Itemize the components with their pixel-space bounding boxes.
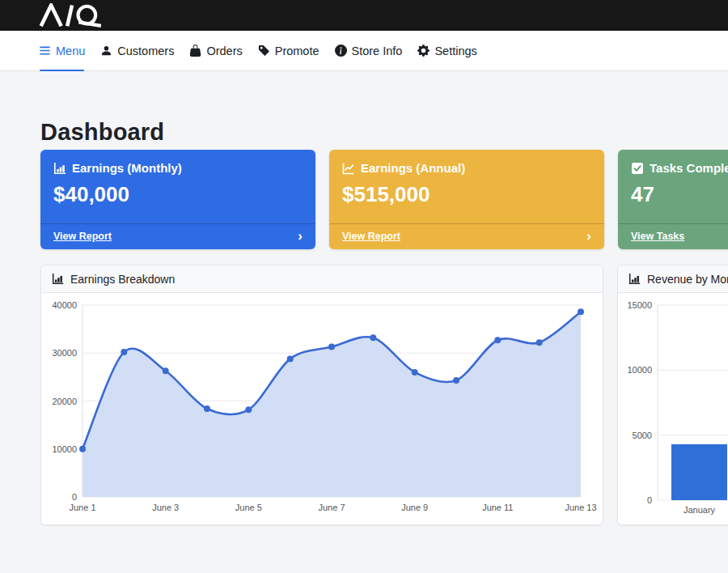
stat-footer-label: View Report	[342, 231, 400, 242]
svg-text:10000: 10000	[627, 365, 652, 375]
revenue-by-month-card: Revenue by Month 050001000015000January	[617, 265, 728, 525]
stat-card-value: $40,000	[53, 182, 303, 207]
svg-text:40000: 40000	[52, 300, 77, 310]
info-circle-icon	[335, 45, 347, 57]
earnings-breakdown-header: Earnings Breakdown	[41, 265, 603, 293]
hamburger-icon	[39, 45, 51, 57]
stat-card-value: $515,000	[342, 182, 591, 207]
nav-item-settings[interactable]: Settings	[417, 31, 476, 70]
view-tasks-link[interactable]: View Tasks ›	[618, 223, 728, 249]
svg-text:January: January	[684, 505, 716, 515]
view-report-link[interactable]: View Report ›	[329, 223, 604, 249]
nav-item-label: Customers	[117, 45, 174, 57]
svg-text:June 3: June 3	[152, 503, 179, 512]
person-icon	[100, 45, 112, 57]
check-square-icon	[631, 162, 644, 175]
nav-item-menu[interactable]: Menu	[39, 31, 85, 70]
page-title: Dashboard	[40, 119, 728, 146]
area-chart-canvas: 010000200003000040000June 1June 3June 5J…	[41, 293, 603, 525]
chevron-right-icon: ›	[298, 229, 303, 243]
earnings-annual-card: Earnings (Annual) $515,000 View Report ›	[329, 150, 604, 249]
stat-footer-label: View Report	[53, 231, 112, 242]
chart-title: Revenue by Month	[647, 273, 728, 286]
nav-item-label: Menu	[56, 45, 85, 57]
nav-item-orders[interactable]: Orders	[189, 31, 242, 70]
view-report-link[interactable]: View Report ›	[40, 223, 315, 249]
nav-item-store-info[interactable]: Store Info	[335, 31, 403, 70]
svg-text:5000: 5000	[633, 431, 652, 440]
top-app-bar	[0, 0, 728, 31]
bar-chart-icon	[629, 273, 641, 285]
stat-card-value: 47	[631, 182, 728, 207]
svg-text:15000: 15000	[627, 300, 652, 310]
bar-chart-icon	[53, 162, 66, 175]
line-chart-icon	[342, 162, 355, 175]
stat-cards-row: Earnings (Monthly) $40,000 View Report ›	[40, 150, 728, 249]
svg-text:June 11: June 11	[482, 503, 513, 512]
tag-icon	[258, 45, 270, 57]
chart-title: Earnings Breakdown	[70, 273, 175, 286]
nav-item-label: Promote	[275, 45, 320, 57]
nav-item-promote[interactable]: Promote	[258, 31, 320, 70]
svg-text:June 1: June 1	[69, 503, 95, 512]
stat-card-title: Tasks Completed	[650, 161, 728, 175]
svg-text:0: 0	[647, 495, 652, 505]
earnings-breakdown-card: Earnings Breakdown 010000200003000040000…	[40, 265, 603, 525]
svg-text:June 9: June 9	[401, 503, 428, 512]
svg-text:June 7: June 7	[318, 503, 345, 512]
nav-item-customers[interactable]: Customers	[100, 31, 174, 70]
gear-icon	[417, 45, 430, 57]
charts-row: Earnings Breakdown 010000200003000040000…	[40, 265, 728, 525]
tasks-completed-card: Tasks Completed 47 View Tasks ›	[618, 150, 728, 249]
svg-text:June 13: June 13	[565, 503, 596, 512]
chevron-right-icon: ›	[586, 229, 591, 243]
nav-item-label: Orders	[206, 45, 242, 57]
stat-card-title: Earnings (Monthly)	[72, 161, 182, 175]
earnings-monthly-card: Earnings (Monthly) $40,000 View Report ›	[40, 150, 315, 249]
svg-text:10000: 10000	[52, 444, 77, 454]
revenue-by-month-chart: 050001000015000January	[618, 293, 728, 525]
brand-logo-icon	[36, 3, 108, 28]
earnings-breakdown-chart: 010000200003000040000June 1June 3June 5J…	[41, 293, 603, 525]
main-nav: Menu Customers Orders Promote	[0, 31, 728, 71]
bar-chart-canvas: 050001000015000January	[618, 293, 728, 525]
svg-text:20000: 20000	[52, 397, 77, 406]
main-content: Dashboard Earnings (Monthly) $40,000	[0, 71, 728, 525]
svg-text:June 5: June 5	[235, 503, 262, 512]
stat-card-title: Earnings (Annual)	[361, 161, 465, 175]
stat-footer-label: View Tasks	[631, 231, 684, 242]
svg-text:0: 0	[72, 492, 77, 502]
bag-icon	[189, 45, 201, 57]
nav-item-label: Settings	[434, 45, 476, 57]
svg-text:30000: 30000	[52, 348, 77, 358]
revenue-by-month-header: Revenue by Month	[618, 265, 728, 293]
bar-chart-icon	[52, 273, 64, 285]
nav-item-label: Store Info	[352, 45, 403, 57]
